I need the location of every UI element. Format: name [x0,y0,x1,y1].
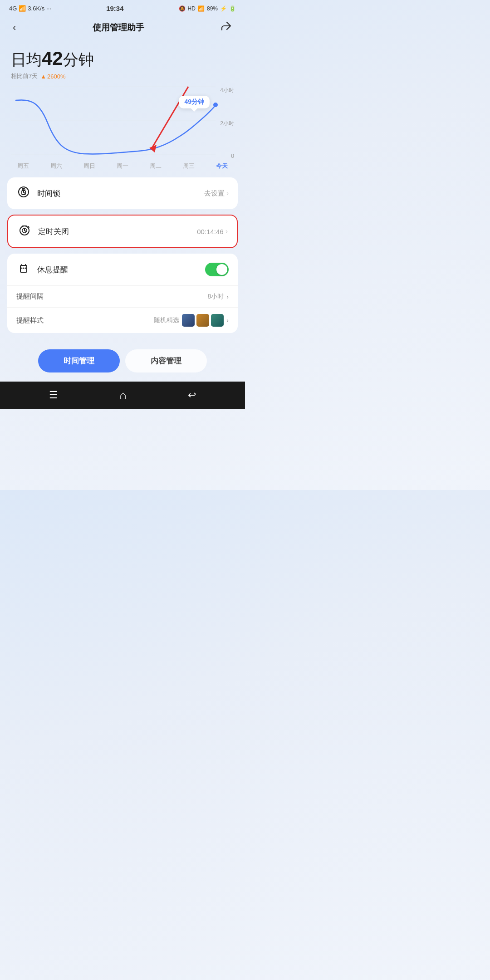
y-label-mid: 2小时 [220,120,234,127]
back-button[interactable]: ‹ [9,20,20,35]
stats-section: 日均42分钟 相比前7天 ▲ 2600% [0,43,245,82]
chart-tooltip: 49分钟 [179,96,210,108]
interval-chevron: › [226,293,229,300]
x-label-4: 周二 [150,162,162,170]
share-button[interactable] [217,20,236,36]
time-lock-card: 时间锁 去设置 › [7,177,238,209]
reminder-label: 休息提醒 [37,265,68,275]
status-right: 🔕 HD 📶 89% ⚡ 🔋 [179,5,236,12]
svg-point-11 [21,268,23,269]
y-label-top: 4小时 [220,87,234,94]
interval-right: 8小时 › [208,293,229,301]
stats-main: 日均42分钟 [11,48,234,70]
thumb-1 [182,314,195,327]
stats-suffix: 分钟 [63,51,94,68]
battery-icon: 🔋 [229,5,236,12]
network-speed: 3.6K/s [28,5,44,12]
time-lock-left: 时间锁 [16,186,60,201]
header: ‹ 使用管理助手 [0,15,245,43]
style-chevron: › [226,317,229,324]
time-lock-chevron: › [226,189,229,197]
up-arrow: ▲ [40,73,46,80]
time-lock-icon [16,186,31,201]
hd-label: HD [188,5,196,12]
page-title: 使用管理助手 [93,22,144,34]
wifi-icon: 📶 [198,5,205,12]
svg-point-13 [25,268,26,269]
x-label-today: 今天 [216,162,228,170]
status-time: 19:34 [106,5,123,12]
thumb-2 [196,314,209,327]
stats-sub: 相比前7天 ▲ 2600% [11,72,234,80]
time-lock-label: 时间锁 [37,188,60,199]
time-lock-action: 去设置 [204,189,225,198]
x-label-5: 周三 [183,162,195,170]
reminder-icon [16,262,31,277]
compare-label: 相比前7天 [11,72,38,80]
nav-home-icon[interactable]: ⌂ [119,388,127,402]
nav-back-icon[interactable]: ↩ [188,389,196,401]
stats-value: 42 [42,48,63,69]
timer-close-card[interactable]: 定时关闭 00:14:46 › [7,215,238,248]
nav-menu-icon[interactable]: ☰ [49,389,58,401]
stats-prefix: 日均 [11,51,42,68]
svg-point-12 [23,268,24,269]
reminder-style-row[interactable]: 提醒样式 随机精选 › [7,307,238,333]
cards-section: 时间锁 去设置 › 定时关闭 [0,170,245,333]
timer-close-right: 00:14:46 › [197,227,228,235]
timer-time: 00:14:46 [197,228,223,235]
tab-content-management[interactable]: 内容管理 [125,349,207,372]
toggle-knob [216,264,227,275]
x-label-2: 周日 [83,162,95,170]
svg-point-3 [213,103,218,107]
percent-value: 2600% [47,73,65,80]
timer-close-label: 定时关闭 [38,226,69,237]
mute-icon: 🔕 [179,5,186,12]
y-label-bot: 0 [220,153,234,159]
signal-bars: 📶 [19,5,26,12]
signal-icon: 4G [9,5,17,12]
status-dots: ··· [46,5,51,12]
timer-close-icon [17,224,32,239]
charging-icon: ⚡ [220,5,227,12]
time-lock-row[interactable]: 时间锁 去设置 › [7,177,238,209]
reminder-left: 休息提醒 [16,262,68,277]
status-bar: 4G 📶 3.6K/s ··· 19:34 🔕 HD 📶 89% ⚡ 🔋 [0,0,245,15]
chart-wrapper: 49分钟 4小时 2小时 0 周五 周六 周日 周一 周二 周三 [0,82,245,170]
battery-percent: 89% [207,5,218,12]
x-label-0: 周五 [17,162,29,170]
style-thumbnails [182,314,224,327]
style-right: 随机精选 › [154,314,229,327]
chart-y-labels: 4小时 2小时 0 [220,87,234,159]
interval-value: 8小时 [208,293,224,301]
chart-svg [11,82,234,159]
x-label-3: 周一 [117,162,128,170]
timer-chevron: › [225,227,228,235]
timer-close-left: 定时关闭 [17,224,69,239]
interval-label: 提醒间隔 [16,292,44,301]
timer-close-row[interactable]: 定时关闭 00:14:46 › [8,216,237,247]
status-left: 4G 📶 3.6K/s ··· [9,5,51,12]
stats-change: ▲ 2600% [40,73,65,80]
style-label: 提醒样式 [16,316,44,325]
time-lock-right: 去设置 › [204,189,229,198]
thumb-3 [211,314,224,327]
reminder-card: 休息提醒 提醒间隔 8小时 › 提醒样式 随机精选 [7,254,238,333]
reminder-main-row: 休息提醒 [7,254,238,285]
tab-time-management[interactable]: 时间管理 [38,349,120,372]
x-label-1: 周六 [50,162,62,170]
reminder-toggle[interactable] [205,263,229,276]
chart-x-labels: 周五 周六 周日 周一 周二 周三 今天 [5,159,240,170]
bottom-tabs: 时间管理 内容管理 [0,342,245,382]
reminder-interval-row[interactable]: 提醒间隔 8小时 › [7,285,238,307]
nav-bar: ☰ ⌂ ↩ [0,382,245,409]
style-value: 随机精选 [154,316,179,324]
